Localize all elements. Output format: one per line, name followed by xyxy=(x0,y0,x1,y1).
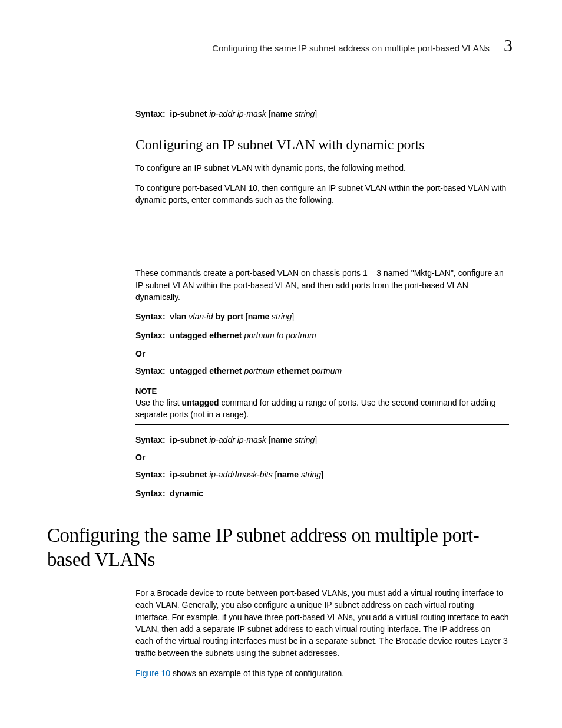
syntax-prefix: Syntax: xyxy=(135,312,166,321)
syntax-line-5: Syntax: ip-subnet ip-addr ip-mask [name … xyxy=(135,434,509,446)
syntax-prefix: Syntax: xyxy=(135,331,166,340)
paragraph-4: For a Brocade device to route between po… xyxy=(135,587,509,659)
syntax-arg: mask-bits xyxy=(237,470,273,479)
syntax-prefix: Syntax: xyxy=(135,470,166,479)
syntax-line-4: Syntax: untagged ethernet portnum ethern… xyxy=(135,365,509,377)
syntax-optcmd: name xyxy=(248,312,270,321)
syntax-line-1: Syntax: ip-subnet ip-addr ip-mask [name … xyxy=(135,108,509,120)
bracket-close: ] xyxy=(321,470,323,479)
syntax-cmd: dynamic xyxy=(170,489,203,498)
syntax-cmd: untagged ethernet xyxy=(170,366,242,375)
bracket-close: ] xyxy=(315,435,317,444)
note-bold: untagged xyxy=(182,398,219,407)
syntax-cmd: untagged ethernet xyxy=(170,331,242,340)
syntax-line-2: Syntax: vlan vlan-id by port [name strin… xyxy=(135,311,509,323)
syntax-prefix: Syntax: xyxy=(135,435,166,444)
paragraph-5-rest: shows an example of this type of configu… xyxy=(170,668,344,678)
syntax-optarg: string xyxy=(295,435,315,444)
or-text: Or xyxy=(135,349,509,358)
body-content: Syntax: ip-subnet ip-addr ip-mask [name … xyxy=(47,108,515,500)
section-heading: Configuring the same IP subnet address o… xyxy=(47,523,515,572)
syntax-line-7: Syntax: dynamic xyxy=(135,488,509,500)
note-title: NOTE xyxy=(135,387,509,396)
syntax-optarg: string xyxy=(295,109,315,118)
bracket-close: ] xyxy=(292,312,294,321)
syntax-arg: portnum xyxy=(244,366,274,375)
syntax-optcmd: name xyxy=(271,109,293,118)
figure-link[interactable]: Figure 10 xyxy=(135,668,170,678)
syntax-arg: ip-addr ip-mask xyxy=(209,435,266,444)
paragraph-1: To configure an IP subnet VLAN with dyna… xyxy=(135,162,509,174)
syntax-cmd: ethernet xyxy=(277,366,309,375)
syntax-arg: ip-addr ip-mask xyxy=(209,109,266,118)
code-placeholder xyxy=(135,214,509,267)
section-content: For a Brocade device to route between po… xyxy=(47,587,515,679)
syntax-prefix: Syntax: xyxy=(135,489,166,498)
syntax-prefix: Syntax: xyxy=(135,109,166,118)
syntax-arg: ip-addr xyxy=(209,470,235,479)
syntax-cmd: ip-subnet xyxy=(170,470,207,479)
syntax-prefix: Syntax: xyxy=(135,366,166,375)
syntax-cmd: ip-subnet xyxy=(170,435,207,444)
syntax-cmd: by port xyxy=(215,312,243,321)
syntax-line-6: Syntax: ip-subnet ip-addr/mask-bits [nam… xyxy=(135,469,509,481)
syntax-optarg: string xyxy=(301,470,321,479)
syntax-arg: vlan-id xyxy=(189,312,213,321)
page-header: Configuring the same IP subnet address o… xyxy=(47,35,515,55)
syntax-arg: portnum to portnum xyxy=(244,331,316,340)
chapter-number: 3 xyxy=(504,35,513,55)
paragraph-2: To configure port-based VLAN 10, then co… xyxy=(135,182,509,206)
paragraph-3: These commands create a port-based VLAN … xyxy=(135,267,509,303)
bracket-close: ] xyxy=(315,109,317,118)
or-text: Or xyxy=(135,453,509,462)
note-pre: Use the first xyxy=(135,398,182,407)
syntax-optcmd: name xyxy=(277,470,299,479)
note-body: Use the first untagged command for addin… xyxy=(135,397,509,421)
syntax-optcmd: name xyxy=(271,435,293,444)
header-title: Configuring the same IP subnet address o… xyxy=(212,43,490,53)
subheading: Configuring an IP subnet VLAN with dynam… xyxy=(135,137,509,153)
syntax-arg: portnum xyxy=(312,366,342,375)
note-box: NOTE Use the first untagged command for … xyxy=(135,384,509,425)
syntax-cmd: ip-subnet xyxy=(170,109,207,118)
syntax-optarg: string xyxy=(272,312,292,321)
syntax-cmd: vlan xyxy=(170,312,186,321)
syntax-line-3: Syntax: untagged ethernet portnum to por… xyxy=(135,330,509,342)
paragraph-5: Figure 10 shows an example of this type … xyxy=(135,667,509,679)
